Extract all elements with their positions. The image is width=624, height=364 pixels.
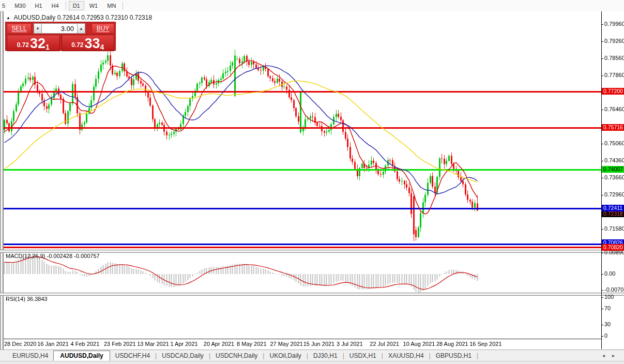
timeframe-button-w1[interactable]: W1 (85, 1, 102, 10)
chart-tab-audusd[interactable]: AUDUSD,Daily (53, 351, 110, 361)
axis-tick-mark (601, 178, 603, 178)
axis-tick-mark (601, 229, 603, 230)
axis-tick-label: 0.72960 (604, 191, 624, 198)
axis-tick-label: 0.00 (604, 270, 615, 277)
axis-tick-mark (601, 325, 603, 325)
chart-title: ▲ AUDUSD,Daily 0.72614 0.72953 0.72310 0… (6, 14, 152, 21)
chart-collapse-icon[interactable]: ▲ (6, 16, 10, 20)
time-axis-label: 28 Dec 2020 (4, 341, 36, 347)
volume-input[interactable] (42, 23, 77, 34)
axis-tick-mark (601, 195, 603, 195)
chart-tab-usdcnh[interactable]: USDCNH,Daily (210, 351, 263, 360)
axis-tick-mark (601, 24, 603, 25)
axis-tick-label: 0.71580 (604, 225, 624, 232)
chart-tab-ukoil[interactable]: UKOil,Daily (264, 351, 306, 360)
chart-tab-eurusd[interactable]: EURUSD,H4 (7, 351, 53, 360)
price-level-tag: 0.77200 (602, 88, 624, 95)
sell-price-small: 0.72 (17, 41, 29, 49)
time-axis-label: 22 Jul 2021 (370, 341, 399, 347)
axis-tick-label: 0.79960 (604, 21, 624, 27)
axis-tick-label: 0.76460 (604, 106, 624, 112)
sell-price-sup: 1 (45, 44, 50, 50)
axis-tick-label: 0.73660 (604, 174, 624, 180)
time-axis-label: 10 Aug 2021 (403, 341, 435, 347)
axis-tick-mark (601, 58, 603, 59)
one-click-trading-panel: SELL ▼ ▲ BUY 0.72321 0.72334 (5, 22, 116, 51)
chart-title-symbol: AUDUSD,Daily (14, 14, 56, 21)
price-level-tag: 0.75716 (602, 124, 624, 131)
timeframe-button-mn[interactable]: MN (103, 1, 120, 10)
chart-tab-dj30[interactable]: DJ30,H1 (308, 351, 343, 360)
chevron-up-icon: ▲ (79, 26, 83, 31)
axis-tick-mark (601, 161, 603, 161)
axis-tick-mark (601, 297, 603, 298)
buy-price-sup: 4 (100, 44, 104, 50)
axis-tick-mark (601, 253, 603, 253)
axis-tick-mark (601, 41, 603, 42)
time-axis-label: 3 Jul 2021 (337, 341, 363, 347)
timeframe-button-d1[interactable]: D1 (69, 1, 84, 10)
chart-tab-gbpusd[interactable]: GBPUSD,H1 (431, 351, 477, 360)
chart-title-quotes: 0.72614 0.72953 0.72310 0.72318 (57, 14, 153, 21)
volume-decrease-button[interactable]: ▼ (34, 23, 42, 34)
tab-scroll-left-icon[interactable]: ◂ (602, 353, 605, 358)
axis-tick-mark (601, 75, 603, 76)
time-axis-label: 20 Apr 2021 (204, 341, 234, 347)
rsi-indicator-canvas[interactable] (4, 295, 601, 338)
price-level-tag: 0.70820 (602, 244, 624, 251)
axis-tick-label: 0.74360 (604, 157, 624, 163)
chart-tab-bar: EURUSD,H4AUDUSD,DailyUSDCHF,H4|USDCAD,Da… (0, 350, 624, 361)
time-axis: 28 Dec 202016 Jan 20214 Feb 202123 Feb 2… (4, 339, 601, 350)
bottom-status-strip (0, 361, 624, 364)
chevron-down-icon: ▼ (36, 26, 40, 31)
axis-tick-label: 100 (604, 294, 614, 300)
timeframe-button-h1[interactable]: H1 (31, 1, 47, 10)
buy-button[interactable]: BUY (92, 23, 114, 34)
axis-tick-mark (601, 274, 603, 275)
axis-tick-label: 70 (604, 305, 611, 311)
timeframe-button-5[interactable]: 5 (0, 1, 9, 10)
axis-tick-label: 0.79260 (604, 38, 624, 44)
tab-separator: | (477, 352, 478, 359)
axis-tick-label: 0.75060 (604, 140, 624, 146)
axis-tick-label: 0.78560 (604, 55, 624, 61)
axis-tick-label: 0.77860 (604, 72, 624, 78)
time-axis-label: 15 Jun 2021 (303, 341, 335, 347)
axis-tick-mark (601, 309, 603, 309)
axis-tick-label: 0 (604, 332, 607, 339)
timeframe-button-h4[interactable]: H4 (48, 1, 63, 10)
time-axis-label: 1 Apr 2021 (171, 341, 198, 347)
axis-tick-mark (601, 110, 603, 110)
volume-increase-button[interactable]: ▲ (77, 23, 85, 34)
buy-price-display[interactable]: 0.72334 (62, 35, 115, 51)
time-axis-label: 8 May 2021 (237, 341, 266, 347)
time-axis-label: 16 Sep 2021 (469, 341, 501, 347)
tab-scroll-arrows: ◂▸ (602, 353, 615, 358)
tab-scroll-right-icon[interactable]: ▸ (612, 353, 615, 358)
time-axis-label: 27 May 2021 (270, 341, 303, 347)
toolbar-separator (66, 2, 66, 10)
sell-price-display[interactable]: 0.72321 (7, 35, 60, 51)
chart-tab-xauusd[interactable]: XAUUSD,H4 (383, 351, 429, 360)
axis-tick-label: 30 (604, 321, 611, 327)
macd-indicator-label: MACD(12,26,9) -0.002428 -0.000757 (6, 253, 100, 259)
axis-tick-mark (601, 144, 603, 144)
rsi-indicator-label: RSI(14) 36.3843 (6, 296, 48, 302)
price-axis-line (601, 11, 602, 349)
macd-rsi-splitter[interactable] (0, 293, 624, 296)
time-axis-label: 4 Feb 2021 (71, 341, 100, 347)
toolbar-separator (123, 2, 123, 10)
price-level-tag: 0.74007 (602, 166, 624, 173)
window-left-border (0, 11, 1, 364)
chart-tab-usdchf[interactable]: USDCHF,H4 (110, 351, 155, 360)
axis-tick-mark (601, 336, 603, 337)
timeframe-button-m30[interactable]: M30 (10, 1, 29, 10)
axis-tick-mark (601, 290, 603, 291)
timeframe-toolbar: 5M30H1H4D1W1MN (0, 0, 624, 12)
time-axis-label: 23 Feb 2021 (104, 341, 136, 347)
buy-price-small: 0.72 (71, 41, 83, 49)
time-axis-label: 16 Jan 2021 (37, 341, 69, 347)
chart-tab-usdx[interactable]: USDX,H1 (344, 351, 382, 360)
chart-tab-usdcad[interactable]: USDCAD,Daily (157, 351, 209, 360)
sell-button[interactable]: SELL (7, 23, 32, 34)
